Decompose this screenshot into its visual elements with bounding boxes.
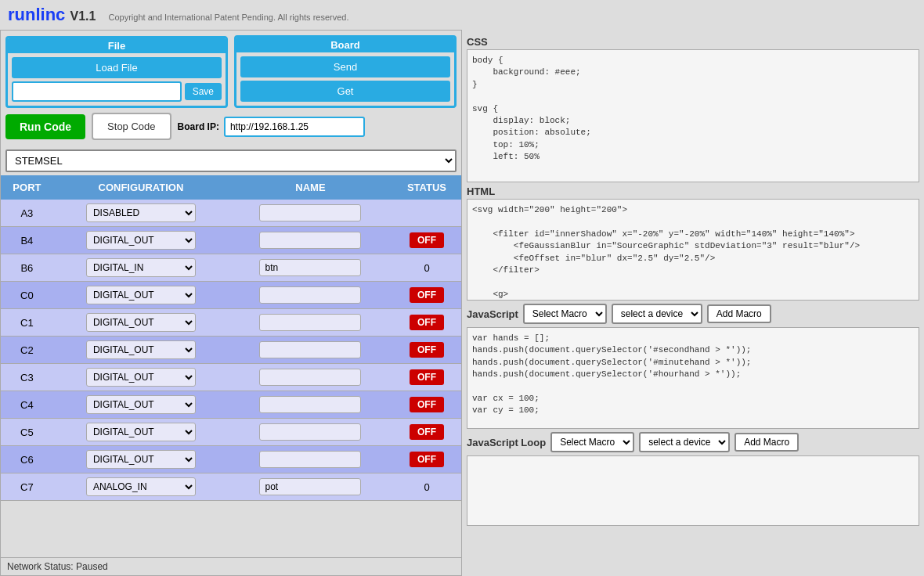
status-off-button[interactable]: OFF — [410, 397, 444, 412]
css-label: CSS — [467, 36, 919, 48]
table-body: A3DISABLEDDIGITAL_OUTDIGITAL_INANALOG_IN… — [1, 200, 461, 501]
config-select[interactable]: DISABLEDDIGITAL_OUTDIGITAL_INANALOG_INPW… — [86, 450, 196, 469]
status-off-button[interactable]: OFF — [410, 315, 444, 330]
stop-code-button[interactable]: Stop Code — [92, 113, 171, 140]
status-off-button[interactable]: OFF — [410, 342, 444, 358]
table-row: C7DISABLEDDIGITAL_OUTDIGITAL_INANALOG_IN… — [1, 473, 461, 501]
port-cell: C7 — [1, 473, 53, 501]
name-cell — [229, 419, 392, 446]
status-cell: OFF — [392, 391, 461, 419]
name-cell — [229, 227, 392, 254]
board-section: Board Send Get — [234, 35, 457, 108]
name-input[interactable] — [259, 478, 361, 495]
name-input[interactable] — [259, 232, 361, 249]
status-value: 0 — [392, 473, 461, 501]
html-content: <svg width="200" height="200"> <filter i… — [472, 205, 860, 301]
status-off-button[interactable]: OFF — [410, 424, 444, 440]
toolbar: File Load File Save Board Send Get — [1, 31, 461, 149]
name-input[interactable] — [259, 451, 361, 468]
status-cell: OFF — [392, 337, 461, 364]
board-section-title: Board — [236, 38, 454, 52]
version-text: V1.1 — [70, 9, 96, 23]
config-select[interactable]: DISABLEDDIGITAL_OUTDIGITAL_INANALOG_INPW… — [86, 395, 196, 414]
config-select[interactable]: DISABLEDDIGITAL_OUTDIGITAL_INANALOG_INPW… — [86, 423, 196, 441]
file-name-input[interactable] — [12, 81, 182, 102]
name-input[interactable] — [259, 204, 361, 221]
jsloop-macro-select[interactable]: Select Macro — [550, 432, 634, 452]
name-cell — [229, 309, 392, 337]
css-editor[interactable]: body { background: #eee; } svg { display… — [467, 49, 919, 182]
status-off-button[interactable]: OFF — [410, 232, 444, 248]
run-stop-row: Run Code Stop Code Board IP: — [5, 113, 457, 140]
file-board-row: File Load File Save Board Send Get — [5, 35, 457, 108]
port-cell: C4 — [1, 391, 53, 419]
js-editor[interactable]: var hands = []; hands.push(document.quer… — [467, 327, 919, 429]
table-row: C0DISABLEDDIGITAL_OUTDIGITAL_INANALOG_IN… — [1, 282, 461, 309]
run-code-button[interactable]: Run Code — [5, 114, 85, 139]
status-off-button[interactable]: OFF — [410, 369, 444, 385]
left-panel: File Load File Save Board Send Get — [0, 30, 462, 576]
config-cell: DISABLEDDIGITAL_OUTDIGITAL_INANALOG_INPW… — [53, 419, 229, 446]
table-row: C6DISABLEDDIGITAL_OUTDIGITAL_INANALOG_IN… — [1, 446, 461, 473]
jsloop-device-select[interactable]: select a device — [639, 432, 730, 452]
status-off-button[interactable]: OFF — [410, 287, 444, 303]
config-select[interactable]: DISABLEDDIGITAL_OUTDIGITAL_INANALOG_INPW… — [86, 313, 196, 332]
port-table: PORT CONFIGURATION NAME STATUS A3DISABLE… — [1, 175, 461, 557]
jsloop-editor[interactable] — [467, 455, 919, 526]
table-header-row: PORT CONFIGURATION NAME STATUS — [1, 175, 461, 200]
config-cell: DISABLEDDIGITAL_OUTDIGITAL_INANALOG_INPW… — [53, 337, 229, 364]
port-cell: B4 — [1, 227, 53, 254]
network-status-text: Network Status: Paused — [7, 561, 108, 572]
js-add-macro-button[interactable]: Add Macro — [707, 304, 771, 323]
config-select[interactable]: DISABLEDDIGITAL_OUTDIGITAL_INANALOG_INPW… — [86, 477, 196, 496]
board-ip-label: Board IP: — [178, 121, 219, 132]
name-input[interactable] — [259, 423, 361, 441]
name-input[interactable] — [259, 341, 361, 358]
status-off-button[interactable]: OFF — [410, 452, 444, 467]
name-input[interactable] — [259, 259, 361, 276]
config-cell: DISABLEDDIGITAL_OUTDIGITAL_INANALOG_INPW… — [53, 227, 229, 254]
config-select[interactable]: DISABLEDDIGITAL_OUTDIGITAL_INANALOG_INPW… — [86, 258, 196, 277]
status-value: 0 — [392, 254, 461, 282]
col-port: PORT — [1, 175, 53, 200]
port-cell: C6 — [1, 446, 53, 473]
send-button[interactable]: Send — [240, 56, 450, 77]
board-ip-input[interactable] — [224, 117, 365, 137]
config-select[interactable]: DISABLEDDIGITAL_OUTDIGITAL_INANALOG_INPW… — [86, 203, 196, 222]
save-button[interactable]: Save — [185, 83, 222, 100]
name-input[interactable] — [259, 314, 361, 331]
html-label: HTML — [467, 185, 919, 197]
board-ip-row: Board IP: — [178, 117, 365, 137]
main-layout: File Load File Save Board Send Get — [0, 30, 924, 576]
port-cell: B6 — [1, 254, 53, 282]
jsloop-section-label: JavaScript Loop — [467, 437, 546, 448]
config-cell: DISABLEDDIGITAL_OUTDIGITAL_INANALOG_INPW… — [53, 446, 229, 473]
header: runlinc V1.1 Copyright and International… — [0, 0, 924, 30]
col-status: STATUS — [392, 175, 461, 200]
name-input[interactable] — [259, 286, 361, 304]
table-row: B6DISABLEDDIGITAL_OUTDIGITAL_INANALOG_IN… — [1, 254, 461, 282]
status-cell: OFF — [392, 309, 461, 337]
config-select[interactable]: DISABLEDDIGITAL_OUTDIGITAL_INANALOG_INPW… — [86, 340, 196, 359]
table-row: B4DISABLEDDIGITAL_OUTDIGITAL_INANALOG_IN… — [1, 227, 461, 254]
config-select[interactable]: DISABLEDDIGITAL_OUTDIGITAL_INANALOG_INPW… — [86, 368, 196, 387]
stemsel-select[interactable]: STEMSEL — [7, 151, 455, 171]
status-cell: OFF — [392, 446, 461, 473]
name-input[interactable] — [259, 369, 361, 386]
get-button[interactable]: Get — [240, 81, 450, 102]
name-input[interactable] — [259, 396, 361, 413]
config-select[interactable]: DISABLEDDIGITAL_OUTDIGITAL_INANALOG_INPW… — [86, 286, 196, 304]
brand-title: runlinc V1.1 Copyright and International… — [8, 5, 348, 24]
css-content: body { background: #eee; } svg { display… — [472, 56, 591, 161]
jsloop-macro-toolbar: JavaScript Loop Select Macro select a de… — [467, 429, 919, 455]
js-macro-select[interactable]: Select Macro — [523, 304, 607, 324]
config-select[interactable]: DISABLEDDIGITAL_OUTDIGITAL_INANALOG_INPW… — [86, 231, 196, 250]
config-cell: DISABLEDDIGITAL_OUTDIGITAL_INANALOG_INPW… — [53, 364, 229, 391]
js-device-select[interactable]: select a device — [612, 304, 702, 324]
name-cell — [229, 364, 392, 391]
load-file-button[interactable]: Load File — [12, 57, 222, 78]
port-cell: C3 — [1, 364, 53, 391]
html-editor[interactable]: <svg width="200" height="200"> <filter i… — [467, 199, 919, 301]
js-section-label: JavaScript — [467, 308, 518, 320]
jsloop-add-macro-button[interactable]: Add Macro — [735, 433, 799, 452]
